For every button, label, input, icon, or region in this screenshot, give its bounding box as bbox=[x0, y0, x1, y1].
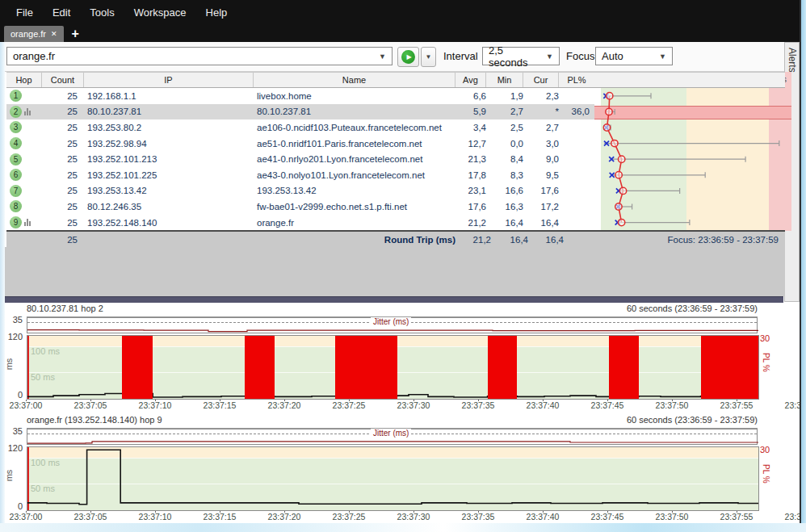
menu-edit[interactable]: Edit bbox=[44, 3, 78, 22]
axis-tick-label: 23:37:10 bbox=[132, 512, 178, 522]
avg-cell: 23,1 bbox=[455, 186, 486, 195]
interval-select[interactable]: 2,5 seconds ▼ bbox=[482, 47, 560, 65]
name-cell: fw-bae01-v2999.echo.net.s1.p.fti.net bbox=[254, 202, 455, 212]
axis-tick-label: 23:37:55 bbox=[714, 400, 759, 410]
header-pl[interactable]: PL% bbox=[559, 73, 594, 87]
row-main-cells: 125192.168.1.1livebox.home6,61,92,3 bbox=[6, 88, 594, 104]
start-options-dropdown[interactable]: ▼ bbox=[421, 47, 436, 67]
summary-min: 16,4 bbox=[491, 235, 528, 245]
header-count[interactable]: Count bbox=[42, 73, 84, 87]
min-cell: 2,7 bbox=[486, 107, 523, 116]
new-tab-button[interactable]: + bbox=[72, 26, 79, 42]
axis-tick-label: 23:37:50 bbox=[649, 400, 695, 410]
pl-axis-max: 30 bbox=[760, 445, 770, 455]
chevron-down-icon[interactable]: ▼ bbox=[373, 52, 392, 61]
name-cell: ae41-0.nrlyo201.Lyon.francetelecom.net bbox=[254, 154, 455, 164]
ip-cell: 192.168.1.1 bbox=[84, 91, 254, 101]
menu-tools[interactable]: Tools bbox=[82, 3, 122, 22]
axis-tick-label: 23:37:00 bbox=[6, 512, 48, 522]
avg-cell: 12,7 bbox=[455, 139, 486, 149]
latency-timeline-plot: 100 ms 50 ms bbox=[27, 335, 759, 400]
hop-cell: 1 bbox=[6, 90, 42, 102]
latency-timeline-plot: 100 ms 50 ms bbox=[27, 446, 759, 511]
summary-avg: 21,2 bbox=[455, 235, 491, 245]
bar-chart-icon bbox=[24, 108, 31, 115]
axis-tick-label: 23:37:05 bbox=[68, 512, 113, 522]
focus-range-text: Focus: 23:36:59 - 23:37:59 bbox=[564, 235, 785, 245]
row-main-cells: 325193.253.80.2ae106-0.ncidf103.Puteaux.… bbox=[6, 119, 594, 136]
min-cell: 16,3 bbox=[486, 202, 523, 212]
count-cell: 25 bbox=[42, 107, 84, 116]
hop-cell: 3 bbox=[6, 121, 42, 133]
header-avg[interactable]: Avg bbox=[455, 73, 486, 87]
hop-badge: 8 bbox=[10, 200, 22, 212]
cur-cell: 17,6 bbox=[523, 186, 559, 195]
cur-cell: 16,4 bbox=[523, 218, 559, 228]
pl-cell: 36,0 bbox=[559, 107, 594, 116]
cur-cell: 17,2 bbox=[523, 202, 559, 212]
count-cell: 25 bbox=[42, 154, 84, 164]
graph-period: 60 seconds (23:36:59 - 23:37:59) bbox=[627, 415, 758, 428]
hop-cell: 4 bbox=[6, 137, 42, 149]
row-main-cells: 625193.252.101.225ae43-0.nolyo101.Lyon.f… bbox=[6, 167, 594, 183]
graph-period: 60 seconds (23:36:59 - 23:37:59) bbox=[627, 304, 758, 316]
count-cell: 25 bbox=[42, 139, 84, 149]
hop-badge: 2 bbox=[10, 106, 22, 118]
chevron-down-icon: ▼ bbox=[540, 52, 559, 61]
empty-area bbox=[5, 247, 785, 296]
menu-workspace[interactable]: Workspace bbox=[126, 3, 195, 22]
axis-tick-label: 23:37:20 bbox=[262, 512, 307, 522]
avg-cell: 6,6 bbox=[455, 91, 486, 101]
min-cell: 0,0 bbox=[486, 139, 523, 149]
min-cell: 1,9 bbox=[486, 91, 523, 101]
close-icon[interactable]: ✕ bbox=[51, 30, 57, 38]
tab-orange-fr[interactable]: orange.fr ✕ bbox=[4, 26, 64, 42]
header-ip[interactable]: IP bbox=[84, 73, 254, 87]
graph-title: orange.fr (193.252.148.140) hop 9 bbox=[27, 415, 162, 428]
ip-cell: 193.252.148.140 bbox=[84, 218, 254, 228]
header-hop[interactable]: Hop bbox=[6, 73, 42, 87]
menu-file[interactable]: File bbox=[8, 3, 41, 22]
avg-cell: 21,2 bbox=[455, 218, 486, 228]
hop-badge: 6 bbox=[10, 169, 22, 181]
ip-cell: 193.253.13.42 bbox=[84, 186, 254, 195]
hop-cell: 5 bbox=[6, 153, 42, 165]
focus-select[interactable]: Auto ▼ bbox=[595, 47, 673, 65]
name-cell: ae51-0.nridf101.Paris.francetelecom.net bbox=[254, 139, 455, 149]
min-cell: 8,3 bbox=[486, 170, 523, 180]
header-cur[interactable]: Cur bbox=[523, 73, 559, 87]
axis-tick-label: 23:37:55 bbox=[714, 512, 759, 522]
interval-label: Interval bbox=[443, 50, 478, 62]
latency-markers-svg bbox=[601, 88, 791, 231]
hop-cell: 9 bbox=[6, 216, 42, 228]
pl-axis-label: PL % bbox=[762, 353, 770, 372]
header-name[interactable]: Name bbox=[254, 73, 455, 87]
tab-bar: orange.fr ✕ + bbox=[0, 24, 806, 42]
name-cell: orange.fr bbox=[254, 218, 455, 228]
target-combobox[interactable]: orange.fr ▼ bbox=[6, 47, 393, 65]
count-cell: 25 bbox=[42, 170, 84, 180]
latency-graph-column bbox=[601, 88, 791, 231]
hop-cell: 6 bbox=[6, 169, 42, 181]
round-trip-row[interactable]: 25 Round Trip (ms) 21,2 16,4 16,4 Focus:… bbox=[6, 230, 785, 247]
axis-tick-label: 23:37:15 bbox=[197, 400, 242, 410]
interval-value: 2,5 seconds bbox=[489, 44, 540, 69]
menu-help[interactable]: Help bbox=[198, 3, 236, 22]
axis-tick-label: 23:37:35 bbox=[455, 512, 501, 522]
axis-tick-label: 23:37:00 bbox=[6, 400, 48, 410]
name-cell: livebox.home bbox=[254, 91, 455, 101]
axis-tick-label: 23:37:40 bbox=[520, 512, 565, 522]
row-main-cells: 82580.12.246.35fw-bae01-v2999.echo.net.s… bbox=[6, 199, 594, 215]
latency-line-svg bbox=[27, 447, 758, 510]
y-unit-label: ms bbox=[4, 470, 14, 482]
count-cell: 25 bbox=[42, 91, 84, 101]
axis-tick-label: 23:37:50 bbox=[649, 512, 695, 522]
axis-tick-label: 23:38:00 bbox=[779, 512, 801, 522]
packet-loss-bar bbox=[701, 336, 759, 399]
trace-table-header: Hop Count IP Name Avg Min Cur PL% bbox=[6, 72, 785, 88]
min-cell: 8,4 bbox=[486, 154, 523, 164]
cur-cell: 2,3 bbox=[523, 91, 559, 101]
header-min[interactable]: Min bbox=[486, 73, 523, 87]
cur-cell: 2,7 bbox=[523, 123, 559, 132]
start-trace-button[interactable]: ▶ bbox=[397, 47, 419, 67]
